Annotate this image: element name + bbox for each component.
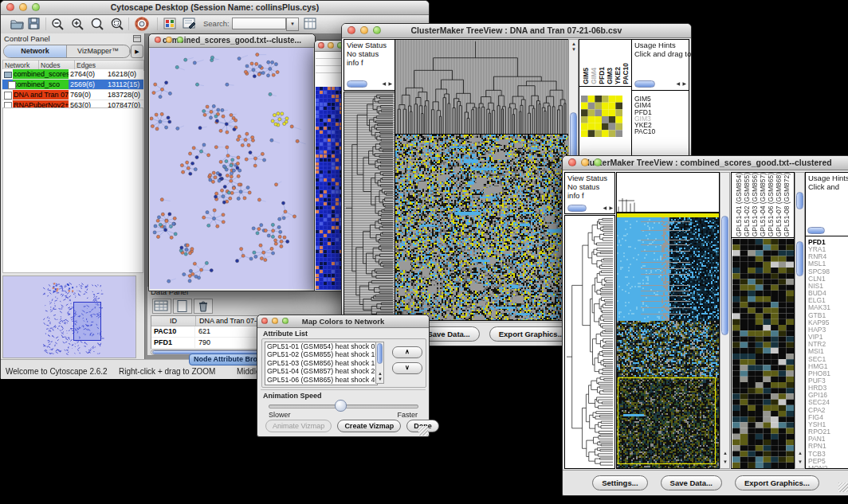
attribute-item[interactable]: GPL51-01 (GSM854) heat shock 05 min	[267, 342, 377, 350]
search-dropdown[interactable]: ▼	[286, 18, 299, 31]
tv1-row-labels[interactable]: GIM5GIM4PFD1GIM3YKE2PAC10	[634, 96, 687, 139]
attribute-list[interactable]: GPL51-01 (GSM854) heat shock 05 minGPL51…	[265, 342, 378, 385]
minimize-button[interactable]	[360, 26, 368, 34]
attribute-item[interactable]: GPL51-02 (GSM855) heat shock 10 min	[267, 350, 377, 358]
row-label[interactable]: PAC10	[634, 128, 687, 135]
network-row[interactable]: combined_scores_ 2764(0) 16218(0)	[2, 69, 143, 80]
close-button[interactable]	[347, 26, 355, 34]
treeview-action-button[interactable]: Export Graphics...	[735, 475, 819, 490]
scroll-up-icon[interactable]: ▲	[378, 371, 383, 376]
tv2-vscrollbar[interactable]: ▲ ▼	[720, 172, 730, 469]
scroll-left-icon[interactable]: ◀	[382, 81, 386, 86]
close-button[interactable]	[6, 3, 14, 11]
tv2-column-dendrogram[interactable]	[616, 172, 720, 213]
tv2-column-labels[interactable]: GPL51-01 (GSM854)GPL51-02 (GSM855)GPL51-…	[735, 173, 794, 236]
attr-scroll-thumb[interactable]	[377, 343, 383, 364]
zoom-button[interactable]	[32, 3, 40, 11]
delete-attribute-trash-icon[interactable]	[194, 299, 213, 314]
close-button[interactable]	[318, 42, 324, 49]
gene-scroll-thumb[interactable]	[796, 241, 803, 276]
more-tabs-button[interactable]: ▶	[131, 45, 143, 58]
annotation-icon[interactable]	[183, 18, 196, 29]
scroll-down-icon[interactable]: ▼	[798, 459, 803, 464]
minimize-button[interactable]	[272, 318, 278, 324]
tv1-row-dendrogram[interactable]	[344, 92, 395, 321]
column-label[interactable]: GPL51-04 (GSM857)	[759, 173, 767, 236]
scroll-left-icon[interactable]: ◀	[603, 205, 607, 210]
view-status-scroll-thumb[interactable]	[567, 205, 587, 212]
column-label[interactable]: GPL51-01 (GSM854)	[735, 173, 743, 236]
treeview1-title-bar[interactable]: ClusterMaker TreeView : DNA and Tran 07-…	[342, 24, 691, 38]
scroll-up-icon[interactable]: ▲	[798, 451, 803, 455]
tv2-heatmap[interactable]	[616, 213, 720, 469]
scroll-left-icon[interactable]: ◀	[676, 81, 680, 86]
column-label[interactable]: GPL51-08 (GSM872)	[783, 173, 791, 236]
network-overview-canvas[interactable]	[2, 275, 136, 358]
animate-vizmap-button[interactable]: Animate Vizmap	[265, 420, 332, 432]
column-label[interactable]: GPL51-06 (GSM865)	[767, 173, 775, 236]
minimize-button[interactable]	[166, 37, 172, 43]
attribute-browser-icon[interactable]	[304, 18, 316, 29]
scroll-down-icon[interactable]: ▼	[723, 459, 728, 464]
scroll-down-icon[interactable]: ▼	[571, 47, 576, 52]
tv1-column-dendrogram[interactable]	[395, 39, 569, 135]
treeview-action-button[interactable]: Settings...	[592, 475, 647, 490]
attribute-item[interactable]: GPL51-07 (GSM868) heat shock 60 min	[267, 384, 377, 385]
treeview-action-button[interactable]: Save Data...	[661, 475, 722, 490]
label-scroll-thumb[interactable]	[796, 192, 803, 209]
usage-scroll-thumb[interactable]	[807, 227, 825, 234]
zoom-button[interactable]	[373, 26, 381, 34]
create-vizmap-button[interactable]: Create Vizmap	[337, 420, 401, 432]
attribute-list-scrollbar[interactable]: ▲ ▼	[375, 342, 384, 384]
scroll-right-icon[interactable]: ▶	[682, 81, 686, 86]
treeview2-title-bar[interactable]: ClusterMaker TreeView : combined_scores_…	[563, 156, 848, 170]
usage-scroll-thumb[interactable]	[634, 80, 655, 88]
resize-grip[interactable]	[418, 426, 428, 436]
minimize-button[interactable]	[581, 158, 589, 166]
column-label[interactable]: PAC10	[622, 63, 630, 84]
zoom-out-icon[interactable]	[51, 18, 65, 31]
save-icon[interactable]	[28, 18, 40, 29]
panel-tab[interactable]: Network	[4, 45, 67, 57]
tv2-vscroll-thumb[interactable]	[721, 216, 728, 335]
scroll-up-icon[interactable]: ▲	[571, 41, 576, 46]
attribute-item[interactable]: GPL51-04 (GSM857) heat shock 20 min	[267, 367, 377, 375]
scroll-down-icon[interactable]: ▼	[378, 377, 383, 381]
zoom-button[interactable]	[177, 37, 183, 43]
close-button[interactable]	[261, 318, 268, 324]
new-attribute-icon[interactable]	[173, 299, 192, 314]
scroll-right-icon[interactable]: ▶	[388, 81, 392, 86]
tv1-column-labels[interactable]: GIM5GIM4PFD1GIM3YKE2PAC10	[582, 40, 630, 84]
zoom-button[interactable]	[282, 318, 289, 324]
move-up-button[interactable]: ∧	[392, 346, 422, 358]
tv2-right-scrollbar[interactable]: ▲ ▼	[795, 172, 805, 469]
column-label[interactable]: GPL51-03 (GSM856)	[751, 173, 759, 236]
dialog-title-bar[interactable]: Map Colors to Network	[257, 315, 429, 328]
column-label[interactable]: GIM3	[606, 68, 614, 84]
network-row[interactable]: DNA and Tran 07 769(0) 183728(0)	[2, 90, 143, 100]
zoom-button[interactable]	[594, 158, 602, 166]
treeview-action-button[interactable]: Export Graphics...	[489, 326, 574, 342]
close-button[interactable]	[155, 37, 161, 43]
move-down-button[interactable]: ∨	[392, 362, 422, 374]
column-label[interactable]: PFD1	[598, 67, 606, 84]
main-title-bar[interactable]: Cytoscape Desktop (Session Name: collins…	[1, 1, 429, 15]
open-file-icon[interactable]	[10, 18, 24, 29]
scroll-right-icon[interactable]: ▶	[609, 205, 613, 210]
speed-slider-thumb[interactable]	[335, 400, 347, 412]
search-input[interactable]	[232, 18, 286, 29]
column-label[interactable]: GPL51-02 (GSM855)	[743, 173, 751, 236]
network-row[interactable]: combined_sco 2569(6) 13112(15)	[2, 80, 143, 90]
column-label[interactable]: YKE2	[614, 67, 622, 84]
id-column-header[interactable]: ID	[151, 316, 196, 326]
gene-label[interactable]: MON2	[808, 465, 848, 469]
attribute-item[interactable]: GPL51-06 (GSM865) heat shock 40 min	[267, 376, 377, 384]
tv1-zoom-heatmap[interactable]	[581, 96, 622, 137]
view-status-scroll-thumb[interactable]	[347, 80, 367, 88]
float-panel-icon[interactable]	[133, 35, 141, 42]
vizmapper-palette-icon[interactable]	[163, 18, 176, 29]
minimize-button[interactable]	[328, 42, 334, 49]
column-label[interactable]: GIM4	[590, 68, 598, 84]
tv2-row-dendrogram[interactable]	[564, 215, 615, 469]
help-lifesaver-icon[interactable]	[135, 17, 149, 31]
